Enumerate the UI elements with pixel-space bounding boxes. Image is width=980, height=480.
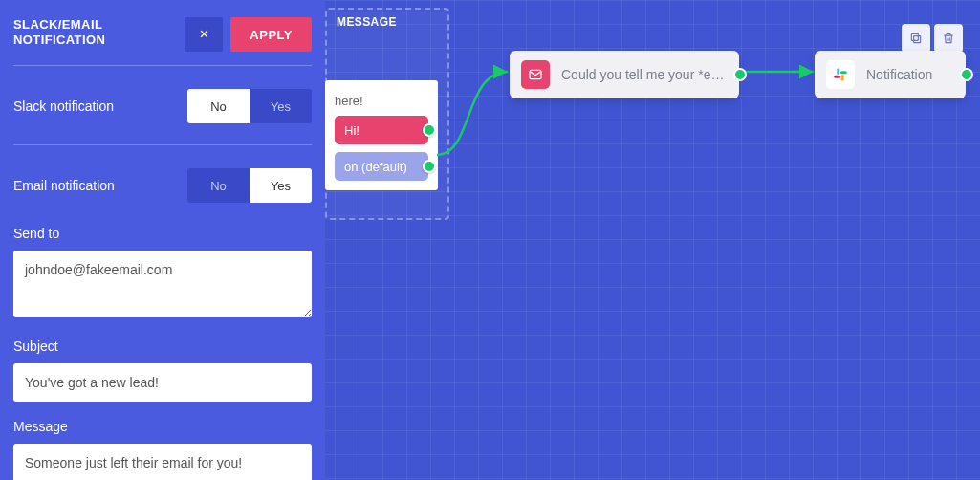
apply-button[interactable]: APPLY [230, 17, 312, 52]
notification-node[interactable]: Notification [815, 51, 966, 98]
email-toggle-label: Email notification [13, 178, 115, 193]
reply-default[interactable]: on (default) [335, 152, 428, 181]
config-panel: SLACK/EMAILNOTIFICATION × APPLY Slack no… [0, 0, 325, 480]
sendto-label: Send to [13, 226, 312, 241]
copy-button[interactable] [902, 24, 930, 53]
slack-toggle-label: Slack notification [13, 98, 114, 114]
close-button[interactable]: × [185, 17, 223, 52]
svg-rect-0 [914, 36, 921, 43]
slack-toggle[interactable]: No Yes [187, 89, 312, 123]
connector-line [741, 67, 822, 78]
delete-button[interactable] [934, 24, 963, 53]
email-node[interactable]: Could you tell me your *e… [510, 51, 739, 98]
slack-toggle-no[interactable]: No [187, 89, 250, 123]
email-icon [521, 60, 550, 89]
notification-node-label: Notification [866, 67, 932, 82]
reply-hi[interactable]: Hi! [335, 116, 428, 144]
connector-dot[interactable] [733, 68, 747, 81]
email-toggle-no[interactable]: No [187, 168, 250, 203]
connector-dot[interactable] [960, 68, 973, 81]
subject-label: Subject [13, 338, 312, 354]
subject-input[interactable] [13, 363, 312, 402]
node-body: here! Hi! on (default) [325, 80, 438, 190]
connector-dot[interactable] [423, 160, 436, 173]
message-node[interactable]: MESSAGE here! Hi! on (default) [325, 8, 449, 220]
node-title: MESSAGE [337, 15, 397, 29]
slack-toggle-yes[interactable]: Yes [250, 89, 312, 123]
connector-line [435, 67, 521, 172]
email-node-label: Could you tell me your *e… [561, 67, 724, 82]
email-toggle-yes[interactable]: Yes [250, 168, 312, 203]
message-input[interactable] [13, 444, 312, 480]
greeting-text: here! [335, 94, 428, 108]
message-label: Message [13, 419, 312, 434]
email-toggle[interactable]: No Yes [187, 168, 312, 203]
flow-canvas[interactable]: MESSAGE here! Hi! on (default) Could you… [0, 0, 980, 480]
slack-icon [826, 60, 855, 89]
sendto-input[interactable]: <span></span> [13, 251, 312, 317]
canvas-toolbar [902, 24, 963, 53]
svg-rect-1 [911, 33, 918, 40]
panel-title: SLACK/EMAILNOTIFICATION [13, 17, 105, 49]
connector-dot[interactable] [423, 123, 436, 137]
